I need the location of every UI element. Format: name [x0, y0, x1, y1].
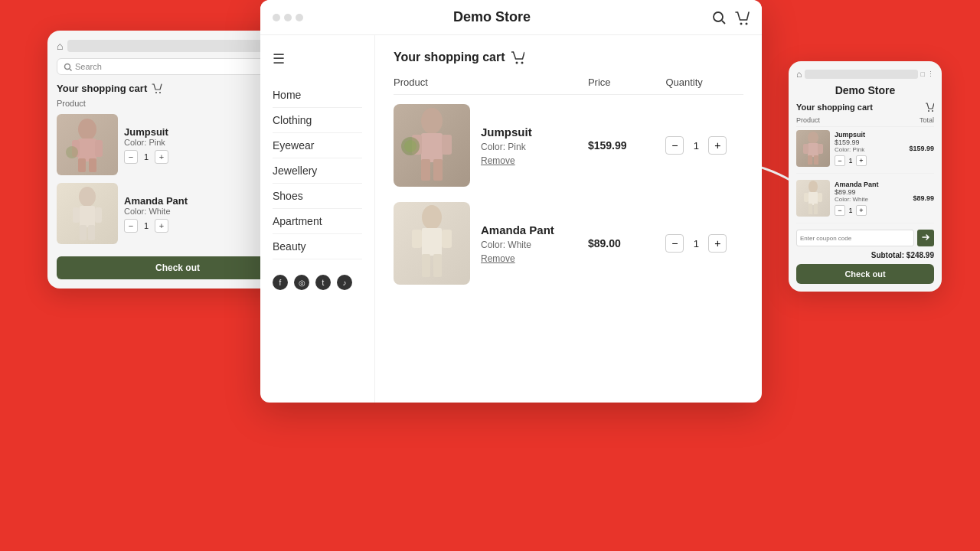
dot-1	[273, 14, 280, 21]
subtotal-label-right: Subtotal:	[871, 251, 904, 259]
svg-point-45	[928, 110, 929, 112]
tiktok-icon[interactable]: ♪	[337, 275, 352, 290]
mobile-qty-minus-1[interactable]: −	[835, 155, 845, 166]
nav-beauty[interactable]: Beauty	[273, 234, 362, 259]
svg-point-27	[740, 22, 743, 24]
mobile-qty-plus-2[interactable]: +	[856, 205, 867, 216]
cart-item-row-1-center: Jumpsuit Color: Pink Remove $159.99 − 1 …	[394, 104, 743, 187]
svg-point-19	[79, 187, 96, 207]
svg-rect-36	[433, 159, 443, 181]
search-icon-center[interactable]	[711, 10, 727, 25]
col-product-header: Product	[394, 77, 588, 88]
svg-rect-43	[422, 254, 430, 277]
cart-item-name-2: Amanda Pant	[481, 223, 588, 236]
qty-minus-1-center[interactable]: −	[665, 136, 684, 155]
mobile-item-price-1: $159.99	[835, 139, 904, 146]
store-title-right: Demo Store	[796, 84, 934, 96]
cart-title-text-left: Your shopping cart	[57, 83, 147, 94]
qty-minus-jumpsuit-left[interactable]: −	[124, 150, 138, 164]
nav-apartment[interactable]: Apartment	[273, 209, 362, 234]
cart-item-qty-2: − 1 +	[665, 234, 743, 253]
qty-minus-2-center[interactable]: −	[665, 234, 684, 253]
svg-rect-50	[818, 144, 823, 154]
svg-line-9	[70, 69, 72, 71]
twitter-icon[interactable]: t	[315, 275, 331, 290]
mobile-qty-num-2: 1	[847, 207, 854, 214]
qty-control-lg-2: − 1 +	[665, 234, 743, 253]
checkout-btn-right[interactable]: Check out	[796, 264, 934, 284]
cart-icon-center[interactable]	[734, 10, 750, 25]
svg-point-46	[932, 110, 933, 112]
nav-home[interactable]: Home	[273, 83, 362, 108]
coupon-submit-right[interactable]	[917, 230, 934, 246]
nav-shoes[interactable]: Shoes	[273, 184, 362, 209]
amanda-mobile	[796, 180, 830, 217]
nav-clothing[interactable]: Clothing	[273, 108, 362, 133]
svg-rect-13	[78, 139, 96, 161]
qty-num-amanda-left: 1	[141, 221, 152, 230]
qty-minus-amanda-left[interactable]: −	[124, 219, 138, 233]
top-bar-icons-center	[711, 10, 750, 25]
qty-plus-2-center[interactable]: +	[708, 234, 727, 253]
cart-item-remove-1[interactable]: Remove	[481, 155, 588, 166]
mobile-item-1-right: Jumpsuit $159.99 Color: Pink − 1 + $159.…	[796, 130, 934, 174]
mobile-item-color-1: Color: Pink	[835, 146, 904, 153]
mobile-img-jumpsuit-right	[796, 130, 830, 167]
svg-rect-14	[78, 158, 86, 172]
cart-columns-center: Product Price Quantity	[394, 77, 743, 95]
mobile-item-total-1: $159.99	[909, 145, 934, 152]
cart-item-product-2: Amanda Pant Color: White Remove	[394, 202, 588, 285]
svg-rect-54	[808, 192, 818, 205]
tab-count-right: □	[921, 70, 925, 78]
svg-rect-20	[80, 206, 95, 227]
home-icon-left: ⌂	[57, 40, 63, 52]
cart-item-remove-2[interactable]: Remove	[481, 253, 588, 264]
qty-plus-amanda-left[interactable]: +	[155, 219, 168, 233]
mockup-right: ⌂ □ ⋮ Demo Store Your shopping cart Prod…	[789, 61, 942, 292]
coupon-input-right[interactable]	[796, 230, 914, 246]
mobile-qty-2: − 1 +	[835, 205, 908, 216]
facebook-icon[interactable]: f	[273, 275, 288, 290]
center-content: ☰ Home Clothing Eyewear Jewellery Shoes …	[260, 35, 762, 403]
svg-rect-44	[433, 254, 442, 277]
svg-rect-35	[421, 159, 430, 181]
mobile-qty-minus-2[interactable]: −	[835, 205, 845, 216]
cart-title-text-right: Your shopping cart	[796, 103, 873, 112]
cart-item-row-2-center: Amanda Pant Color: White Remove $89.00 −…	[394, 202, 743, 285]
mobile-qty-plus-1[interactable]: +	[856, 155, 867, 166]
svg-point-12	[78, 119, 96, 140]
svg-rect-55	[804, 193, 808, 202]
cart-item-qty-1: − 1 +	[665, 136, 743, 155]
nav-eyewear[interactable]: Eyewear	[273, 133, 362, 158]
mockup-center: Demo Store ☰ Home Clothing Eyewear Jewel…	[260, 0, 762, 403]
mobile-item-price-2: $89.99	[835, 188, 908, 196]
svg-rect-15	[89, 158, 96, 172]
svg-point-25	[714, 12, 723, 21]
mobile-img-amanda-right	[796, 180, 830, 217]
cart-item-color-2: Color: White	[481, 240, 588, 250]
search-label-left: Search	[75, 62, 102, 71]
jumpsuit-figure-left	[57, 114, 118, 175]
instagram-icon[interactable]: ◎	[294, 275, 309, 290]
cart-title-center: Your shopping cart	[394, 51, 505, 64]
qty-plus-jumpsuit-left[interactable]: +	[155, 150, 168, 164]
sidebar-nav: ☰ Home Clothing Eyewear Jewellery Shoes …	[260, 35, 375, 403]
nav-jewellery[interactable]: Jewellery	[273, 158, 362, 184]
cart-icon-left	[152, 83, 162, 94]
svg-rect-40	[422, 228, 442, 256]
cart-item-color-1: Color: Pink	[481, 142, 588, 152]
mobile-bar-right: ⌂ □ ⋮	[796, 69, 934, 80]
cart-item-product-1: Jumpsuit Color: Pink Remove	[394, 104, 588, 187]
qty-plus-1-center[interactable]: +	[708, 136, 727, 155]
svg-point-11	[159, 92, 161, 93]
svg-point-29	[516, 62, 518, 64]
svg-rect-48	[808, 143, 818, 157]
cart-header-center: Your shopping cart	[394, 51, 743, 64]
svg-point-10	[155, 92, 157, 93]
browser-icons-right: □ ⋮	[921, 70, 934, 78]
arrow-icon-right	[921, 233, 930, 242]
hamburger-icon[interactable]: ☰	[273, 51, 362, 67]
col-total-right: Total	[920, 116, 934, 124]
qty-num-jumpsuit-left: 1	[141, 152, 152, 161]
mobile-item-info-2: Amanda Pant $89.99 Color: White − 1 +	[835, 181, 908, 216]
